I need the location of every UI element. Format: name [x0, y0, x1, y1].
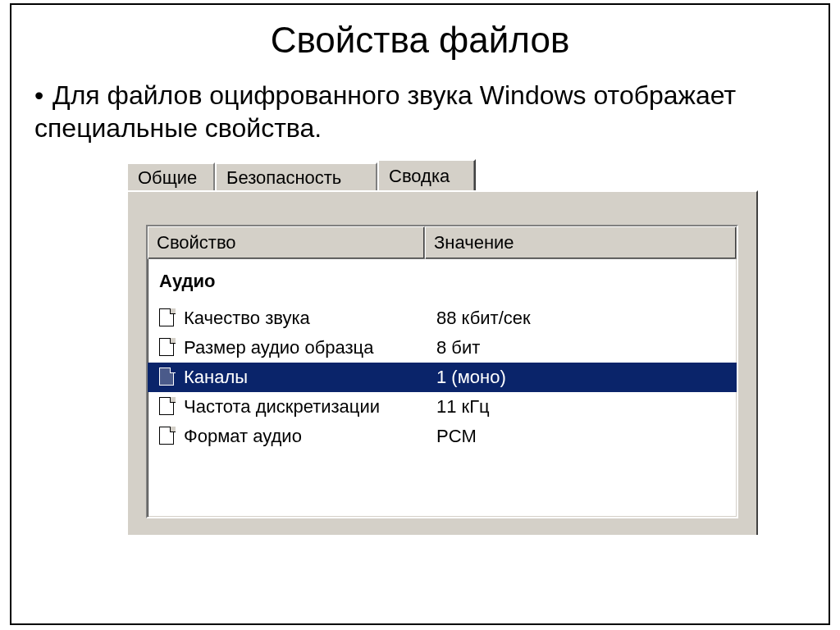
bullet-text: Для файлов оцифрованного звука Windows о… [34, 80, 736, 143]
slide-title: Свойства файлов [11, 20, 829, 61]
properties-dialog: Общие Безопасность Сводка Свойство Значе… [126, 159, 758, 535]
bullet-marker: • [34, 79, 52, 112]
column-value[interactable]: Значение [425, 226, 737, 259]
list-item[interactable]: Качество звука 88 кбит/сек [148, 304, 737, 333]
prop-value: 11 кГц [436, 396, 737, 418]
tab-general[interactable]: Общие [126, 162, 215, 190]
prop-label: Формат аудио [184, 426, 436, 447]
list-item[interactable]: Размер аудио образца 8 бит [148, 333, 737, 363]
tab-summary[interactable]: Сводка [377, 159, 476, 190]
list-item[interactable]: Частота дискретизации 11 кГц [148, 392, 737, 422]
page-icon [159, 427, 176, 446]
bullet-item: •Для файлов оцифрованного звука Windows … [34, 79, 829, 144]
page-icon [159, 308, 176, 328]
prop-value: 8 бит [436, 337, 737, 358]
page-icon [159, 397, 176, 417]
column-property[interactable]: Свойство [148, 226, 425, 259]
tab-security[interactable]: Безопасность [215, 162, 377, 190]
tab-strip: Общие Безопасность Сводка [126, 159, 758, 190]
slide-frame: Свойства файлов •Для файлов оцифрованног… [10, 3, 830, 625]
prop-label: Размер аудио образца [184, 337, 436, 358]
list-item[interactable]: Каналы 1 (моно) [148, 363, 737, 392]
prop-value: PCM [436, 426, 737, 447]
list-item[interactable]: Формат аудио PCM [148, 422, 737, 451]
prop-value: 1 (моно) [436, 367, 737, 388]
group-audio: Аудио [148, 266, 737, 304]
listview-body: Аудио Качество звука 88 кбит/сек Размер … [148, 259, 737, 451]
prop-value: 88 кбит/сек [436, 308, 737, 329]
page-icon [159, 368, 176, 387]
prop-label: Качество звука [184, 308, 436, 329]
properties-listview[interactable]: Свойство Значение Аудио Качество звука 8… [146, 225, 738, 518]
tab-panel: Свойство Значение Аудио Качество звука 8… [126, 190, 758, 535]
prop-label: Частота дискретизации [184, 396, 436, 418]
prop-label: Каналы [184, 367, 436, 388]
listview-header: Свойство Значение [148, 226, 737, 259]
page-icon [159, 338, 176, 358]
